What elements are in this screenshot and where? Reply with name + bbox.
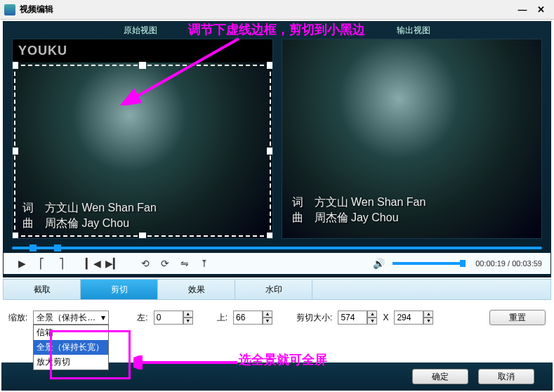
cancel-button[interactable]: 取消 — [478, 369, 534, 384]
mark-out-button[interactable]: ⎤ — [51, 256, 71, 271]
youku-watermark: YOUKU — [18, 44, 67, 58]
close-button[interactable]: ✕ — [532, 4, 550, 16]
spin-up-icon[interactable]: ▲ — [263, 311, 272, 318]
tab-watermark[interactable]: 水印 — [235, 280, 312, 299]
seek-in-marker[interactable] — [29, 244, 37, 251]
time-display: 00:00:19 / 00:03:59 — [475, 259, 542, 268]
spin-down-icon[interactable]: ▼ — [183, 318, 193, 325]
spin-up-icon[interactable]: ▲ — [183, 311, 193, 318]
volume-slider[interactable] — [393, 262, 463, 265]
ok-button[interactable]: 确定 — [412, 369, 468, 384]
left-input[interactable] — [154, 311, 183, 325]
height-spinner[interactable]: ▲▼ — [394, 311, 433, 325]
left-label: 左: — [137, 312, 147, 324]
tab-crop[interactable]: 剪切 — [81, 280, 158, 299]
flip-v-button[interactable]: ⤒ — [194, 256, 214, 271]
top-spinner[interactable]: ▲▼ — [233, 311, 272, 325]
volume-icon[interactable]: 🔊 — [369, 256, 388, 271]
app-icon — [4, 4, 15, 15]
spin-down-icon[interactable]: ▼ — [423, 318, 433, 325]
crop-handle-mr[interactable] — [267, 148, 273, 155]
spin-up-icon[interactable]: ▲ — [423, 311, 433, 318]
top-label: 上: — [217, 312, 227, 324]
spin-down-icon[interactable]: ▼ — [367, 318, 377, 325]
preview-panel: 原始视图 输出视图 YOUKU 词 方文山 Wen Shan Fan 曲 周杰倫… — [3, 21, 551, 277]
width-spinner[interactable]: ▲▼ — [338, 311, 377, 325]
height-input[interactable] — [394, 311, 423, 325]
annotation-bottom: 选全景就可全屏 — [239, 351, 327, 368]
window-title: 视频编辑 — [20, 4, 53, 15]
output-preview: 词 方文山 Wen Shan Fan 曲 周杰倫 Jay Chou — [282, 39, 543, 239]
prev-frame-button[interactable]: ▎◀ — [84, 256, 103, 271]
tab-bar: 截取 剪切 效果 水印 — [3, 279, 551, 300]
reset-button[interactable]: 重置 — [489, 310, 546, 325]
crop-handle-br[interactable] — [267, 233, 273, 239]
svg-line-0 — [133, 39, 239, 98]
spin-up-icon[interactable]: ▲ — [367, 311, 377, 318]
crop-handle-tr[interactable] — [267, 62, 273, 69]
left-spinner[interactable]: ▲▼ — [154, 311, 193, 325]
crop-handle-bm[interactable] — [139, 233, 146, 239]
tab-effects[interactable]: 效果 — [158, 280, 235, 299]
rotate-right-button[interactable]: ⟳ — [155, 256, 175, 271]
spin-down-icon[interactable]: ▼ — [263, 318, 272, 325]
rotate-left-button[interactable]: ⟲ — [136, 256, 155, 271]
top-input[interactable] — [233, 311, 263, 325]
size-x: X — [383, 313, 388, 322]
video-credits: 词 方文山 Wen Shan Fan 曲 周杰倫 Jay Chou — [292, 195, 426, 226]
cropsize-label: 剪切大小: — [296, 312, 332, 324]
chevron-down-icon: ▾ — [101, 313, 105, 322]
title-bar: 视频编辑 — ✕ — [0, 0, 554, 20]
annotation-top: 调节下虚线边框，剪切到小黑边 — [188, 21, 365, 38]
seek-bar[interactable] — [12, 243, 542, 253]
annotation-highlight — [50, 330, 131, 379]
minimize-button[interactable]: — — [513, 4, 532, 16]
flip-h-button[interactable]: ⇋ — [175, 256, 194, 271]
width-input[interactable] — [338, 311, 367, 325]
play-button[interactable]: ▶ — [12, 256, 32, 271]
mark-in-button[interactable]: ⎡ — [32, 256, 51, 271]
annotation-bottom-arrow-icon — [133, 355, 239, 370]
zoom-combo[interactable]: 全景（保持长…▾ 信箱 全景（保持长宽） 放大剪切 — [33, 311, 109, 325]
annotation-top-arrow-icon — [119, 35, 246, 105]
crop-handle-ml[interactable] — [12, 148, 18, 155]
zoom-label: 缩放: — [8, 312, 27, 324]
crop-handle-tl[interactable] — [12, 62, 18, 69]
seek-out-marker[interactable] — [54, 244, 61, 251]
next-frame-button[interactable]: ▶▎ — [103, 256, 123, 271]
tab-capture[interactable]: 截取 — [4, 280, 81, 299]
crop-handle-bl[interactable] — [12, 233, 18, 239]
